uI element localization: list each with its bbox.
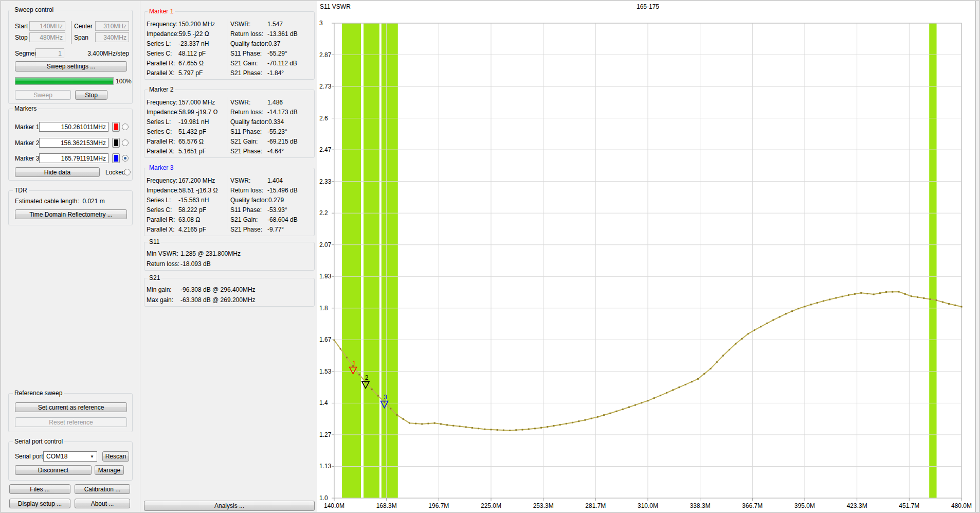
stop-input[interactable]: 480MHz	[29, 32, 65, 42]
about-button[interactable]: About ...	[75, 499, 130, 508]
field-row: Parallel R:65.576 Ω	[147, 137, 226, 147]
x-tick-label: 196.7M	[428, 502, 449, 509]
field-label: S11 Phase:	[230, 127, 267, 137]
reference-sweep-group: Reference sweep Set current as reference…	[8, 393, 133, 432]
x-tick-label: 281.7M	[585, 502, 606, 509]
data-point	[434, 422, 435, 424]
data-point	[697, 378, 699, 380]
field-value: -1.84°	[267, 68, 284, 78]
disconnect-button[interactable]: Disconnect	[15, 465, 92, 475]
files-button[interactable]: Files ...	[9, 484, 70, 494]
panel-divider	[227, 97, 227, 151]
span-input[interactable]: 340MHz	[95, 32, 129, 42]
vswr-chart[interactable]: 32.872.732.62.472.332.22.071.931.81.671.…	[317, 0, 976, 513]
data-point	[942, 302, 943, 303]
vswr-chart-svg[interactable]: 32.872.732.62.472.332.22.071.931.81.671.…	[317, 0, 976, 513]
field-row: Parallel X:4.2165 pF	[147, 225, 226, 235]
display-setup-button[interactable]: Display setup ...	[9, 499, 70, 508]
analysis-button[interactable]: Analysis ...	[144, 501, 315, 511]
tdr-button[interactable]: Time Domain Reflectometry ...	[15, 209, 127, 219]
marker3-freq-input[interactable]: 165.791191MHz	[39, 153, 108, 163]
marker3-color-swatch[interactable]	[112, 153, 120, 163]
start-input[interactable]: 140MHz	[29, 21, 65, 31]
field-row: VSWR:1.404	[230, 176, 313, 186]
data-point	[459, 426, 461, 427]
marker1-radio[interactable]	[122, 123, 129, 130]
serial-port-label: Serial port	[15, 453, 43, 460]
manage-button[interactable]: Manage	[95, 465, 124, 475]
calibration-button[interactable]: Calibration ...	[75, 484, 130, 494]
field-value: -96.308 dB @ 296.400MHz	[180, 285, 256, 295]
set-reference-button[interactable]: Set current as reference	[15, 402, 127, 412]
field-row: Quality factor:0.279	[230, 196, 313, 205]
s11-panel-title: S11	[148, 238, 161, 245]
field-row: Impedance:58.99 -j19.7 Ω	[147, 108, 226, 117]
y-tick-label: 1.0	[319, 494, 328, 502]
field-label: Frequency:	[147, 20, 178, 29]
chevron-down-icon: ▼	[90, 454, 94, 459]
y-tick-label: 1.93	[319, 273, 332, 280]
data-point	[691, 381, 693, 382]
serial-port-select[interactable]: COM18 ▼	[43, 451, 97, 462]
segments-input[interactable]: 1	[35, 48, 64, 58]
stop-button[interactable]: Stop	[75, 90, 107, 100]
marker2-radio[interactable]	[122, 139, 129, 146]
data-point	[403, 418, 404, 420]
field-label: Parallel R:	[147, 215, 178, 225]
field-value: -55.23°	[267, 127, 287, 137]
data-point	[961, 306, 963, 308]
marker3-data-panel: Marker 3 Frequency:167.200 MHzImpedance:…	[144, 168, 315, 236]
sweep-button[interactable]: Sweep	[15, 90, 71, 100]
marker2-label: Marker 2	[15, 139, 39, 147]
tdr-group: TDR Estimated cable length: 0.021 m Time…	[8, 190, 133, 225]
y-tick-label: 1.8	[319, 305, 328, 312]
center-input[interactable]: 310MHz	[95, 21, 129, 31]
data-point	[666, 392, 667, 394]
data-point	[465, 427, 467, 428]
data-point	[452, 425, 454, 427]
field-value: 48.112 pF	[178, 49, 206, 59]
field-label: Impedance:	[147, 29, 179, 39]
marker3-radio[interactable]	[122, 155, 129, 162]
field-row: S21 Phase:-1.84°	[230, 68, 313, 78]
field-label: S21 Phase:	[230, 225, 267, 235]
field-value: -4.64°	[267, 147, 284, 156]
data-point	[647, 400, 649, 401]
marker2-color-swatch[interactable]	[112, 138, 120, 148]
data-point	[346, 357, 348, 358]
marker-number-3: 3	[384, 394, 387, 401]
data-point	[585, 419, 586, 421]
data-point	[823, 300, 824, 302]
data-point	[358, 374, 360, 376]
cable-length-row: Estimated cable length: 0.021 m	[15, 198, 105, 205]
sweep-control-title: Sweep control	[13, 6, 55, 13]
y-tick-label: 1.4	[319, 399, 328, 406]
marker1-label: Marker 1	[15, 123, 39, 131]
marker1-freq-input[interactable]: 150.261011MHz	[39, 122, 108, 132]
reset-reference-button[interactable]: Reset reference	[15, 417, 127, 427]
marker2-freq-input[interactable]: 156.362153MHz	[39, 138, 108, 148]
field-value: -70.112 dB	[267, 59, 297, 68]
data-point	[729, 349, 730, 350]
field-value: -53.93°	[267, 205, 287, 215]
marker1-color-swatch[interactable]	[112, 122, 120, 132]
center-label: Center	[74, 23, 93, 30]
rescan-button[interactable]: Rescan	[102, 451, 129, 462]
locked-radio[interactable]	[124, 169, 131, 175]
data-point	[409, 422, 410, 424]
progress-percent-label: 100%	[116, 78, 132, 85]
field-label: Series L:	[147, 39, 178, 49]
serial-port-group: Serial port control Serial port COM18 ▼ …	[8, 441, 133, 481]
gridlines	[334, 23, 961, 498]
x-tick-label: 253.3M	[533, 502, 554, 509]
data-point	[522, 429, 523, 431]
data-point	[540, 427, 542, 429]
data-point	[716, 361, 718, 363]
data-point	[816, 302, 818, 304]
sweep-settings-button[interactable]: Sweep settings ...	[15, 61, 127, 72]
data-point	[860, 292, 862, 294]
step-size-text: 3.400MHz/step	[87, 50, 129, 57]
hide-data-button[interactable]: Hide data	[15, 167, 100, 177]
field-value: 0.334	[268, 117, 284, 127]
data-point	[785, 313, 787, 314]
